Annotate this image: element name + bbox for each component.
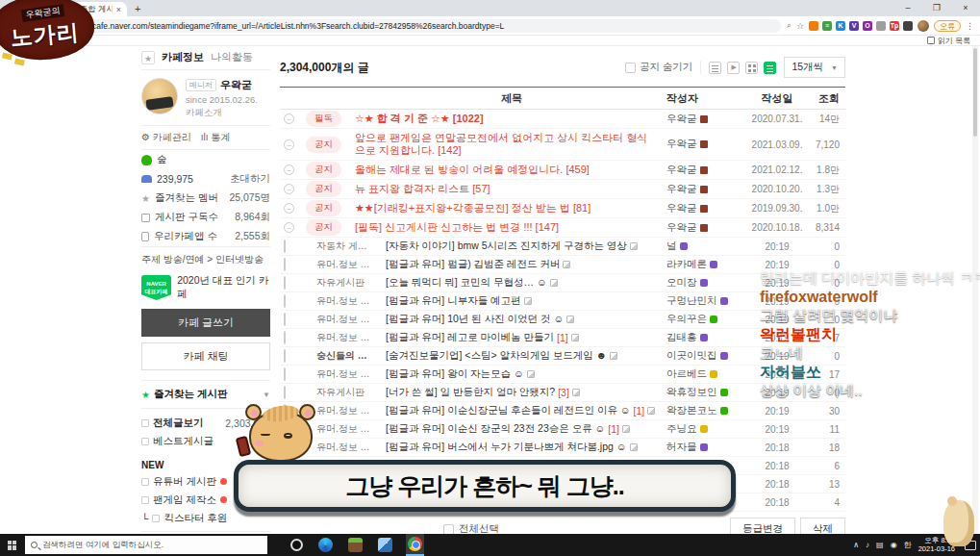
notice-title[interactable]: 올해는 제대로 된 방송이 어려울 예정입니다. [459] <box>341 161 663 179</box>
notice-row[interactable]: –필독☆★ 합 격 기 준 ☆★ [1022]우왁굳2020.07.31.14만 <box>280 110 845 129</box>
post-row[interactable]: 숭신들의 …[숨겨진보물기업] <스팀> 알차의게임 보드게임 ☻이곳이밋집20… <box>280 347 845 366</box>
notice-title[interactable]: 앞으로 팬게임은 연말공모전에서 없어지고 상시 킥스타터 형식으로 지원합니다… <box>341 129 663 160</box>
board-label[interactable]: 유튜버 게시판 <box>153 475 216 489</box>
profile-avatar[interactable] <box>917 20 929 32</box>
post-title-text[interactable]: [펌글과 유머] 레고로 마이베놈 만들기 <box>386 331 554 344</box>
post-title[interactable]: [펌글과 유머] 이순신 장군의 23전 23승은 오류 ☺[1] <box>372 420 663 438</box>
board-label[interactable]: 팬게임 제작소 <box>153 493 216 507</box>
card-view-icon[interactable] <box>745 62 758 74</box>
post-author[interactable]: 왁휴정보인 <box>663 386 747 399</box>
post-row[interactable]: 유머.정보 …[펌글과 유머] 펌글) 김범준 레전드 커버라카메론20:190 <box>280 256 845 274</box>
invite-link[interactable]: 초대하기 <box>230 172 270 186</box>
taskbar-app-edge[interactable] <box>316 534 335 556</box>
post-board[interactable]: 숭신들의 … <box>316 349 372 363</box>
forest-label[interactable]: 숲 <box>157 153 167 166</box>
cafe-intro-link[interactable]: 카페소개 <box>186 107 258 119</box>
favorite-boards-label[interactable]: 즐겨찾는 게시판 <box>154 388 227 401</box>
post-author[interactable]: 왁장본코노 <box>663 404 747 417</box>
post-board[interactable]: 유머.정보 … <box>316 331 372 344</box>
post-checkbox[interactable] <box>284 386 286 399</box>
chrome-menu-icon[interactable]: ⋮ <box>966 21 974 31</box>
notice-author[interactable]: 우왁굳 <box>663 221 747 235</box>
notice-row[interactable]: –공지[필독] 신고게시판 신고하는 법 변경 !!! [147]우왁굳2020… <box>280 218 845 238</box>
post-title[interactable]: [펌글과 유머] 레고로 마이베놈 만들기[1] <box>372 329 663 346</box>
post-checkbox[interactable] <box>284 367 286 381</box>
column-date[interactable]: 작성일 <box>747 91 807 106</box>
notice-author[interactable]: 우왁굳 <box>663 113 747 126</box>
notice-row[interactable]: –공지앞으로 팬게임은 연말공모전에서 없어지고 상시 킥스타터 형식으로 지원… <box>280 129 845 161</box>
extension-icon[interactable] <box>903 21 913 31</box>
post-title-text[interactable]: [펌글과 유머] 펌글) 김범준 레전드 커버 <box>386 258 560 271</box>
post-author[interactable]: 김태흥 <box>663 331 747 344</box>
close-button[interactable]: × <box>951 0 980 16</box>
post-checkbox[interactable] <box>284 349 286 363</box>
tray-icon[interactable]: ▤ <box>876 541 884 549</box>
post-checkbox[interactable] <box>284 294 286 308</box>
tab-cafe-info[interactable]: 카페정보 <box>162 50 204 64</box>
post-title-text[interactable]: [너가 쓴 썰] 일 반등한지 얼마 안됐지? <box>386 386 555 399</box>
cafe-stats-link[interactable]: ılı 통계 <box>201 131 231 144</box>
collapse-notice-icon[interactable]: – <box>284 164 294 175</box>
post-board[interactable]: 유머.정보 … <box>316 294 372 308</box>
post-title-text[interactable]: [펌글과 유머] 왕이 자는모습 ☺ <box>386 367 524 381</box>
post-board[interactable]: 유머.정보 … <box>316 258 372 271</box>
taskbar-app-game[interactable] <box>346 534 364 556</box>
column-author[interactable]: 작성자 <box>663 91 747 106</box>
post-row[interactable]: 유머.정보 …[펌글과 유머] 니부자들 예고편구멍난민치20:190 <box>280 292 845 311</box>
post-checkbox[interactable] <box>284 240 286 253</box>
post-board[interactable]: 유머.정보 … <box>316 367 372 381</box>
tab-close-icon[interactable]: × <box>116 5 121 14</box>
board-label[interactable]: 베스트게시글 <box>153 435 214 448</box>
ime-indicator[interactable]: 한 <box>904 540 912 550</box>
post-row[interactable]: 유머.정보 …[펌글과 유머] 이순신장군님 후손들이 레전드인 이유 ☺[1]… <box>280 402 845 420</box>
taskbar-app-explorer[interactable] <box>376 534 394 556</box>
cafe-manage-link[interactable]: ⚙ 카페관리 <box>141 131 191 144</box>
hide-notice-checkbox[interactable] <box>625 63 636 73</box>
notice-row[interactable]: –공지뉴 표지왕 합격자 리스트 [57]우왁굳2020.10.20.1.3만 <box>280 180 845 199</box>
extension-icon[interactable]: Tp <box>890 21 899 31</box>
extension-icon[interactable]: K <box>836 21 845 31</box>
post-author[interactable]: 라카메론 <box>663 258 747 271</box>
post-row[interactable]: 유머.정보 …[펌글과 유머] 이순신 장군의 23전 23승은 오류 ☺[1]… <box>280 420 845 439</box>
notice-title[interactable]: ★★[기래킹+표지왕+각종공모전] 정산 받는 법 [81] <box>341 199 663 217</box>
post-row[interactable]: 유머.정보 …[펌글과 유머] 왕이 자는모습 ☺아르베드20:1917 <box>280 366 845 384</box>
post-checkbox[interactable] <box>284 331 286 344</box>
taskbar-app-obs[interactable] <box>289 534 305 556</box>
post-row[interactable]: 유머.정보 …[펌글과 유머] 레고로 마이베놈 만들기[1]김태흥20:197 <box>280 329 845 347</box>
url-field[interactable]: cafe.naver.com/steamindiegame?iframe_url… <box>85 19 781 33</box>
minimize-button[interactable]: – <box>893 0 922 16</box>
post-row[interactable]: 유머.정보 …[펌글과 유머] 버스에서 누가 기분나쁘게 쳐다봄.jpg ☺허… <box>280 439 845 457</box>
media-view-icon[interactable] <box>727 62 740 74</box>
favorite-cafe-icon[interactable]: ★ <box>141 51 155 64</box>
collapse-notice-icon[interactable]: – <box>284 114 294 124</box>
post-title[interactable]: [펌글과 유머] 10년 된 사진 이었던 것 ☺ <box>372 311 663 328</box>
post-author[interactable]: 허자믈 <box>663 441 747 454</box>
notice-author[interactable]: 우왁굳 <box>663 183 747 196</box>
post-title[interactable]: [오늘 뭐먹디 뭐] 코민의 무협성… ☺ <box>372 274 663 291</box>
post-author[interactable]: 구멍난민치 <box>663 294 747 308</box>
post-row[interactable]: 자유게시판[너가 쓴 썰] 일 반등한지 얼마 안됐지?[3]왁휴정보인20:1… <box>280 384 845 402</box>
hide-notice-label[interactable]: 공지 숨기기 <box>640 61 692 74</box>
list-view-icon[interactable] <box>709 62 721 74</box>
post-title-text[interactable]: [숨겨진보물기업] <스팀> 알차의게임 보드게임 ☻ <box>386 349 607 363</box>
notice-row[interactable]: –공지★★[기래킹+표지왕+각종공모전] 정산 받는 법 [81]우왁굳2019… <box>280 199 845 218</box>
post-title[interactable]: [펌글과 유머] 펌글) 김범준 레전드 커버 <box>372 256 663 273</box>
post-author[interactable]: 우의꾸은 <box>663 313 747 326</box>
post-author[interactable]: 오미장 <box>663 276 747 290</box>
post-board[interactable]: 자유게시판 <box>316 276 372 290</box>
collapse-notice-icon[interactable]: – <box>284 139 294 150</box>
extension-icon[interactable]: ≡ <box>822 21 832 31</box>
extension-icon[interactable]: O <box>863 21 872 31</box>
scrollbar[interactable] <box>972 46 978 534</box>
bookmark-star-icon[interactable]: ☆ <box>796 21 804 31</box>
board-label[interactable]: 전체글보기 <box>153 417 204 430</box>
post-title-text[interactable]: [자동차 이야기] bmw 5시리즈 진지하게 구경하는 영상 <box>386 240 627 253</box>
cafe-write-button[interactable]: 카페 글쓰기 <box>141 309 270 337</box>
post-author[interactable]: 널 <box>663 240 747 253</box>
post-checkbox[interactable] <box>284 258 286 271</box>
post-title[interactable]: [자동차 이야기] bmw 5시리즈 진지하게 구경하는 영상 <box>372 238 663 255</box>
reading-list-label[interactable]: 읽기 목록 <box>938 36 970 46</box>
notice-author[interactable]: 우왁굳 <box>663 202 747 215</box>
board-label[interactable]: 킥스타터 후원 <box>163 512 227 525</box>
new-tab-button[interactable]: + <box>135 3 140 14</box>
